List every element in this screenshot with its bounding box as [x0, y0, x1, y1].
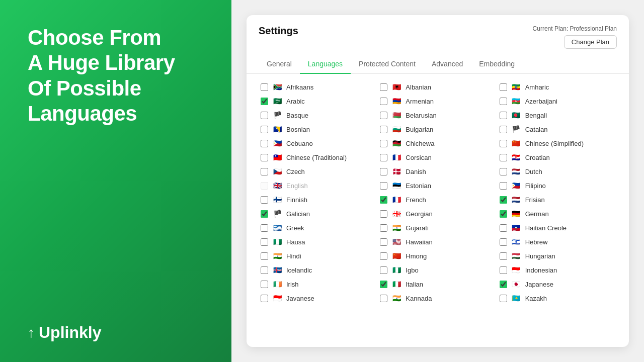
language-checkbox[interactable]: [261, 281, 268, 288]
language-checkbox[interactable]: [380, 210, 387, 218]
language-checkbox[interactable]: [261, 112, 268, 119]
tab-advanced[interactable]: Advanced: [424, 55, 471, 74]
language-checkbox[interactable]: [500, 126, 507, 133]
language-checkbox[interactable]: [500, 281, 507, 288]
language-checkbox[interactable]: [500, 196, 507, 204]
settings-title: Settings: [259, 25, 298, 37]
language-checkbox[interactable]: [380, 252, 387, 260]
language-flag: 🇫🇮: [272, 196, 283, 204]
tabs-bar: General Languages Protected Content Adva…: [247, 55, 629, 74]
language-checkbox[interactable]: [261, 154, 268, 161]
language-checkbox[interactable]: [380, 140, 387, 147]
tab-languages[interactable]: Languages: [300, 55, 351, 74]
list-item: 🇹🇼Chinese (Traditional): [259, 150, 378, 164]
language-checkbox[interactable]: [261, 126, 268, 133]
language-flag: 🇳🇱: [511, 196, 522, 204]
language-checkbox[interactable]: [380, 98, 387, 105]
language-checkbox[interactable]: [261, 140, 268, 147]
language-checkbox[interactable]: [261, 266, 268, 274]
current-plan-label: Current Plan: Professional Plan: [533, 25, 617, 32]
language-name: Filipino: [525, 182, 546, 190]
tab-general[interactable]: General: [259, 55, 300, 74]
language-checkbox[interactable]: [380, 154, 387, 161]
list-item: 🇳🇱Frisian: [498, 193, 617, 207]
language-checkbox[interactable]: [380, 196, 387, 204]
language-flag: 🇪🇹: [511, 83, 522, 91]
language-checkbox[interactable]: [261, 295, 268, 302]
language-checkbox[interactable]: [261, 252, 268, 260]
language-checkbox[interactable]: [261, 98, 268, 105]
brand-logo: ↑ Uplinkly: [28, 323, 211, 342]
language-flag: 🇨🇳: [391, 252, 402, 260]
tab-embedding[interactable]: Embedding: [471, 55, 523, 74]
list-item: 🇪🇪Estonian: [378, 178, 497, 193]
language-flag: 🇮🇳: [272, 252, 283, 260]
language-checkbox[interactable]: [380, 266, 387, 274]
language-checkbox[interactable]: [261, 210, 268, 218]
language-checkbox[interactable]: [380, 224, 387, 232]
languages-grid: 🇿🇦Afrikaans🇦🇱Albanian🇪🇹Amharic🇸🇦Arabic🇦🇲…: [259, 80, 617, 305]
language-flag: 🇺🇸: [391, 238, 402, 246]
list-item: 🇭🇷Croatian: [498, 150, 617, 164]
list-item: 🇸🇦Arabic: [259, 94, 378, 108]
language-flag: 🇦🇱: [391, 83, 402, 91]
language-checkbox[interactable]: [380, 126, 387, 133]
list-item: 🏴Galician: [259, 207, 378, 221]
language-checkbox[interactable]: [261, 196, 268, 204]
language-checkbox[interactable]: [261, 238, 268, 246]
language-name: German: [525, 210, 549, 218]
language-checkbox[interactable]: [261, 168, 268, 175]
language-checkbox[interactable]: [380, 83, 387, 91]
language-flag: 🇬🇧: [272, 182, 283, 190]
language-flag: 🇩🇰: [391, 167, 402, 175]
language-flag: 🇮🇩: [272, 294, 283, 302]
language-flag: 🇮🇱: [511, 238, 522, 246]
language-checkbox[interactable]: [380, 295, 387, 302]
language-flag: 🇦🇿: [511, 97, 522, 105]
language-name: Georgian: [406, 210, 432, 218]
list-item: 🇺🇸Hawaiian: [378, 235, 497, 249]
language-name: Hebrew: [525, 238, 548, 246]
tab-protected-content[interactable]: Protected Content: [351, 55, 424, 74]
language-flag: 🇫🇷: [391, 196, 402, 204]
list-item: 🇮🇳Hindi: [259, 249, 378, 263]
language-flag: 🏴: [272, 111, 283, 119]
language-checkbox[interactable]: [380, 281, 387, 288]
language-checkbox[interactable]: [500, 98, 507, 105]
language-flag: 🇹🇼: [272, 153, 283, 161]
language-name: Bosnian: [286, 126, 310, 133]
language-checkbox[interactable]: [380, 182, 387, 190]
language-checkbox[interactable]: [500, 252, 507, 260]
language-checkbox[interactable]: [500, 295, 507, 302]
language-name: Kannada: [406, 295, 432, 302]
language-name: Haitian Creole: [525, 224, 567, 232]
language-checkbox[interactable]: [500, 168, 507, 175]
language-checkbox[interactable]: [500, 182, 507, 190]
language-checkbox[interactable]: [380, 168, 387, 175]
list-item: 🇰🇿Kazakh: [498, 291, 617, 305]
language-checkbox[interactable]: [500, 154, 507, 161]
language-checkbox[interactable]: [380, 112, 387, 119]
list-item: 🇦🇲Armenian: [378, 94, 497, 108]
language-checkbox[interactable]: [500, 140, 507, 147]
language-flag: 🇵🇭: [511, 182, 522, 190]
list-item: 🇧🇩Bengali: [498, 108, 617, 122]
change-plan-button[interactable]: Change Plan: [564, 35, 617, 49]
language-checkbox[interactable]: [261, 182, 268, 190]
language-flag: 🇮🇳: [391, 294, 402, 302]
language-checkbox[interactable]: [261, 224, 268, 232]
language-checkbox[interactable]: [500, 224, 507, 232]
language-name: Amharic: [525, 83, 549, 91]
language-checkbox[interactable]: [261, 83, 268, 91]
list-item: 🇧🇾Belarusian: [378, 108, 497, 122]
language-checkbox[interactable]: [380, 238, 387, 246]
language-checkbox[interactable]: [500, 210, 507, 218]
language-checkbox[interactable]: [500, 83, 507, 91]
language-name: Catalan: [525, 126, 548, 133]
language-name: Gujarati: [406, 224, 429, 232]
language-name: Frisian: [525, 196, 545, 204]
language-flag: 🇳🇱: [511, 167, 522, 175]
language-checkbox[interactable]: [500, 112, 507, 119]
language-checkbox[interactable]: [500, 238, 507, 246]
language-checkbox[interactable]: [500, 266, 507, 274]
